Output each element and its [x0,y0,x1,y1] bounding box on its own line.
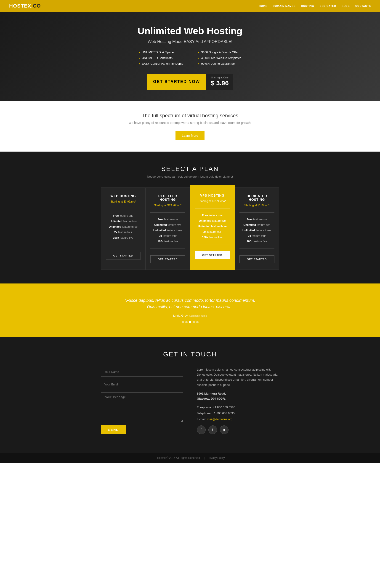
plan-divider-bottom [106,245,141,245]
cta-starting: Starting at Only [211,76,228,79]
contact-title: GET IN TOUCH [9,351,371,358]
testimonial-dot[interactable] [189,321,191,323]
plan-price: Starting at $139/mo* [239,204,274,207]
contact-body: SEND Lorem ipsum dolor sit amet, consect… [101,367,279,434]
testimonial-dot[interactable] [185,321,188,323]
nav-links: HOMEDOMAIN NAMESHOSTINGDEDICATEDBLOGCONT… [259,5,371,7]
hero-feature-item: ●EASY Control Panel (Try Demo) [139,62,184,65]
nav-link-dedicated[interactable]: DEDICATED [320,5,336,7]
hero-feature-item: ●UNLIMITED Bandwidth [139,56,184,60]
plan-feature: 100x feature five [195,235,230,240]
nav-link-hosting[interactable]: HOSTING [301,5,314,7]
cta-button[interactable]: GET STARTED NOW Starting at Only $ 3.96 [147,74,233,90]
social-icon-f[interactable]: f [197,426,206,434]
logo[interactable]: HOSTEX.CO [9,3,41,9]
send-button[interactable]: SEND [101,425,126,434]
navbar: HOSTEX.CO HOMEDOMAIN NAMESHOSTINGDEDICAT… [0,0,380,12]
contact-freephone: Freephone: +1 800 559 6580 [197,405,279,410]
plan-name: DEDICATED HOSTING [239,194,274,201]
plan-feature: Unlimited feature three [106,224,141,230]
plan-card: VPS HOSTING Starting at $15.96/mo* Free … [190,185,235,270]
plan-feature: Unlimited feature three [195,224,230,229]
plan-feature: Unlimited feature three [150,228,185,233]
footer-privacy[interactable]: Privacy Policy [208,456,225,460]
hero-feature-item: ●99.9% Uptime Guarantee [198,62,241,65]
hero-feature-item: ●$100 Google AdWords Offer [198,51,241,54]
testimonial-dot[interactable] [196,321,199,323]
plan-card: RESELLER HOSTING Starting at $19.96/mo* … [146,187,190,270]
plan-features: Free feature oneUnlimited feature twoUnl… [106,213,141,240]
plan-feature: Unlimited feature three [239,228,274,233]
plan-feature: Free feature one [150,217,185,222]
learn-more-button[interactable]: Learn More [175,131,205,140]
testimonial-dot[interactable] [182,321,184,323]
testimonial-dot[interactable] [193,321,195,323]
bullet-icon: ● [198,62,199,65]
spectrum-section: The full spectrum of virtual hosting ser… [0,101,380,152]
nav-link-domain-names[interactable]: DOMAIN NAMES [273,5,295,7]
plan-feature: 2x feature four [150,233,185,239]
hero-features-right: ●$100 Google AdWords Offer●4,500 Free We… [198,51,241,65]
plans-section: SELECT A PLAN Neque porro quisquam est, … [0,152,380,283]
plan-get-started-button[interactable]: GET STARTED [150,255,185,263]
plan-card: WEB HOSTING Starting at $3.96/mo* Free f… [101,187,146,270]
plan-feature: Unlimited feature two [195,218,230,224]
nav-link-contacts[interactable]: CONTACTS [355,5,371,7]
social-icons: ftg [197,426,279,434]
footer: Hostex.© 2015 All Rights Reserved | Priv… [0,453,380,463]
contact-email: E-mail: mail@demolink.org [197,417,279,422]
testimonial-author: Linda Grey, Company name [9,314,371,317]
plan-name: WEB HOSTING [106,194,141,198]
plan-feature: Free feature one [195,213,230,218]
hero-subtitle: Web Hosting Made EASY And AFFORDABLE! [9,39,371,44]
contact-email-link[interactable]: mail@demolink.org [207,417,232,421]
bullet-icon: ● [139,57,140,59]
contact-description: Lorem ipsum dolor sit amet, consectetuer… [197,367,279,387]
social-icon-g[interactable]: g [220,426,228,434]
plan-get-started-button[interactable]: GET STARTED [106,252,141,259]
spectrum-subtitle: We have plenty of resources to empower a… [9,121,371,125]
plan-get-started-button[interactable]: GET STARTED [195,251,230,259]
nav-link-blog[interactable]: BLOG [342,5,350,7]
plan-get-started-button[interactable]: GET STARTED [239,255,274,263]
testimonial-section: "Fusce dapibus, tellus ac cursus commodo… [0,283,380,337]
contact-telephone: Telephone: +1 800 603 6035 [197,411,279,416]
logo-text: HOSTEX.CO [9,3,41,9]
contact-address: 8901 Marmora Road,Glasgow, D04 89GR. [197,391,279,401]
plan-card: DEDICATED HOSTING Starting at $139/mo* F… [235,187,279,270]
plan-feature: 2x feature four [195,229,230,235]
contact-info: Lorem ipsum dolor sit amet, consectetuer… [197,367,279,434]
hero-features-left: ●UNLIMITED Disk Space●UNLIMITED Bandwidt… [139,51,184,65]
plan-name: RESELLER HOSTING [150,194,185,201]
plan-feature: Unlimited feature two [106,218,141,224]
social-icon-t[interactable]: t [209,426,217,434]
bullet-icon: ● [198,51,199,54]
plan-feature: 2x feature four [239,233,274,239]
plan-price: Starting at $3.96/mo* [106,200,141,203]
cta-label[interactable]: GET STARTED NOW [147,74,206,90]
nav-link-home[interactable]: HOME [259,5,267,7]
plan-price: Starting at $19.96/mo* [150,204,185,207]
footer-copyright: Hostex.© 2015 All Rights Reserved [157,456,200,460]
plan-feature: 100x feature five [150,239,185,244]
message-input[interactable] [101,392,183,422]
plan-features: Free feature oneUnlimited feature twoUnl… [239,217,274,244]
plan-divider [239,212,274,213]
hero-section: Unlimited Web Hosting Web Hosting Made E… [0,12,380,101]
plan-features: Free feature oneUnlimited feature twoUnl… [150,217,185,244]
hero-title: Unlimited Web Hosting [9,26,371,37]
plan-feature: 2x feature four [106,230,141,235]
plan-divider [150,212,185,213]
plan-divider-bottom [239,248,274,249]
name-input[interactable] [101,367,183,376]
email-input[interactable] [101,380,183,389]
hero-features: ●UNLIMITED Disk Space●UNLIMITED Bandwidt… [9,51,371,65]
contact-form: SEND [101,367,183,434]
plan-divider [195,208,230,209]
plan-price: Starting at $15.96/mo* [195,200,230,203]
plan-feature: Unlimited feature two [239,222,274,228]
contact-section: GET IN TOUCH SEND Lorem ipsum dolor sit … [0,337,380,453]
cta-price-value: $ 3.96 [211,79,229,87]
plan-features: Free feature oneUnlimited feature twoUnl… [195,213,230,240]
hero-feature-item: ●UNLIMITED Disk Space [139,51,184,54]
